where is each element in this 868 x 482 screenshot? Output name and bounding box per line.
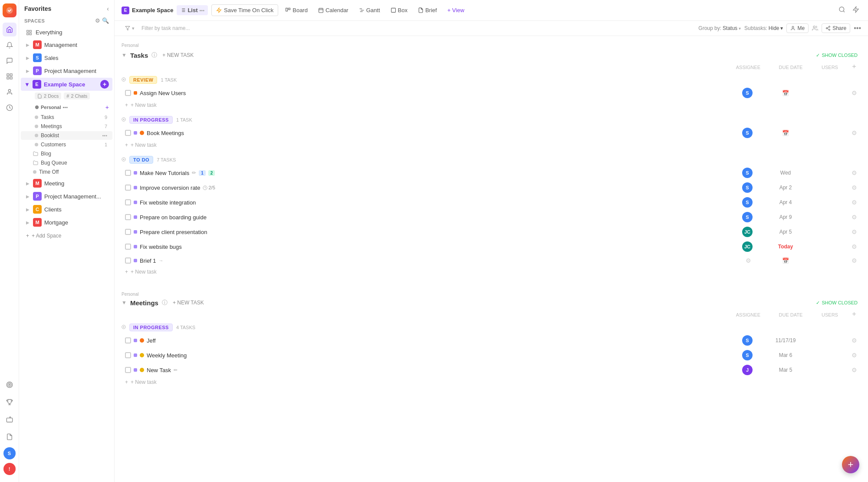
meetings-col-add-header[interactable] — [847, 311, 861, 318]
sidebar-item-time-off[interactable]: Time Off — [21, 168, 112, 176]
new-task-row[interactable]: + + New task — [122, 140, 861, 150]
chat-icon[interactable] — [3, 54, 16, 68]
personal-group-header[interactable]: Personal ••• + — [19, 102, 114, 112]
collapse-sidebar-icon[interactable]: ‹ — [107, 5, 109, 12]
new-meeting-task-link[interactable]: + NEW TASK — [171, 299, 206, 307]
table-row[interactable]: Book Meetings S 📅 ⚙ — [122, 125, 861, 140]
gear-icon[interactable]: ⚙ — [850, 198, 858, 207]
gear-icon[interactable]: ⚙ — [850, 183, 858, 192]
fab-add-button[interactable]: + — [842, 456, 859, 473]
sidebar-item-customers[interactable]: Customers 1 — [21, 140, 112, 149]
table-row[interactable]: Prepare client presentation JC Apr 5 ⚙ — [122, 224, 861, 239]
meetings-in-progress-header[interactable]: IN PROGRESS 4 TASKS — [122, 321, 861, 333]
task-checkbox[interactable] — [125, 244, 131, 250]
group-by-button[interactable]: Group by: Status ▾ — [698, 25, 741, 31]
task-gear[interactable]: ⚙ — [847, 213, 861, 221]
table-row[interactable]: Make New Tutorials ✏ 1 2 S Wed ⚙ — [122, 165, 861, 180]
clock-icon[interactable] — [3, 101, 16, 115]
table-row[interactable]: Prepare on boarding guide S Apr 9 ⚙ — [122, 210, 861, 224]
personal-add-icon[interactable]: + — [105, 104, 109, 111]
show-closed-meetings-button[interactable]: ✓ SHOW CLOSED — [812, 299, 861, 307]
task-checkbox[interactable] — [125, 229, 131, 235]
spaces-search-icon[interactable]: 🔍 — [102, 17, 109, 24]
sidebar-item-bug-queue[interactable]: Bug Queue — [21, 158, 112, 167]
task-checkbox[interactable] — [125, 337, 131, 343]
new-task-row[interactable]: + + New task — [122, 377, 861, 387]
add-view-button[interactable]: + View — [444, 5, 468, 15]
sidebar-item-meeting[interactable]: ▶ M Meeting — [21, 177, 112, 189]
todo-collapse-icon[interactable] — [122, 157, 126, 163]
new-task-row[interactable]: + + New task — [122, 100, 861, 110]
task-gear[interactable]: ⚙ — [847, 242, 861, 251]
task-gear[interactable]: ⚙ — [847, 228, 861, 236]
goal-icon[interactable] — [3, 378, 16, 392]
user-icon[interactable] — [3, 85, 16, 99]
tasks-info-icon[interactable]: ⓘ — [151, 51, 157, 59]
assign-icon[interactable]: ⚙ — [744, 256, 753, 265]
sidebar-item-meetings[interactable]: Meetings 7 — [21, 122, 112, 131]
notification-badge[interactable]: ! — [3, 463, 16, 475]
meetings-collapse-icon[interactable]: ▼ — [122, 300, 127, 306]
gear-icon[interactable]: ⚙ — [850, 256, 858, 265]
gear-icon[interactable]: ⚙ — [850, 89, 858, 97]
spaces-settings-icon[interactable]: ⚙ — [95, 17, 100, 24]
task-checkbox[interactable] — [125, 352, 131, 358]
gear-icon[interactable]: ⚙ — [850, 336, 858, 345]
task-gear[interactable]: ⚙ — [847, 89, 861, 97]
sidebar-item-project-mgmt2[interactable]: ▶ P Project Management... — [21, 190, 112, 202]
sidebar-item-management[interactable]: ▶ M Management — [21, 39, 112, 51]
briefcase-icon[interactable] — [3, 413, 16, 426]
subtasks-button[interactable]: Subtasks: Hide ▾ — [744, 25, 783, 31]
gear-icon[interactable]: ⚙ — [850, 366, 858, 374]
box-view-button[interactable]: Box — [387, 5, 411, 15]
more-options-icon[interactable]: ••• — [854, 24, 861, 32]
table-row[interactable]: Fix website integration S Apr 4 ⚙ — [122, 195, 861, 210]
bolt-icon[interactable] — [851, 4, 861, 17]
personal-more-icon[interactable]: ••• — [62, 105, 68, 110]
task-checkbox[interactable] — [125, 170, 131, 176]
table-row[interactable]: Improve conversion rate 2/5 S Apr 2 ⚙ — [122, 180, 861, 195]
filter-button[interactable]: ▾ — [122, 24, 138, 33]
table-row[interactable]: Weekly Meeting S Mar 6 ⚙ — [122, 348, 861, 363]
sidebar-item-clients[interactable]: ▶ C Clients — [21, 203, 112, 215]
docs-icon[interactable] — [3, 430, 16, 444]
gear-icon[interactable]: ⚙ — [850, 168, 858, 177]
user-avatar[interactable]: S — [3, 447, 16, 459]
app-logo[interactable] — [3, 3, 16, 17]
task-gear[interactable]: ⚙ — [847, 351, 861, 360]
board-view-button[interactable]: Board — [282, 5, 311, 15]
task-gear[interactable]: ⚙ — [847, 256, 861, 265]
edit-icon[interactable]: ✏ — [192, 170, 196, 176]
table-row[interactable]: Brief 1 → ⚙ 📅 ⚙ — [122, 254, 861, 267]
sidebar-item-booklist[interactable]: Booklist ••• — [21, 131, 112, 140]
gantt-view-button[interactable]: Gantt — [355, 5, 384, 15]
meetings-add-col-icon[interactable] — [851, 311, 857, 317]
add-space-button[interactable]: + + Add Space — [21, 231, 112, 241]
in-progress-group-header[interactable]: IN PROGRESS 1 TASK — [122, 113, 861, 125]
col-add-header[interactable] — [847, 63, 861, 71]
search-icon[interactable] — [837, 4, 847, 17]
save-time-button[interactable]: Save Time On Click — [211, 4, 278, 16]
calendar-icon[interactable]: 📅 — [782, 130, 789, 136]
share-button[interactable]: Share — [822, 23, 850, 33]
task-gear[interactable]: ⚙ — [847, 198, 861, 207]
task-edit-icon[interactable]: ✏ — [174, 367, 178, 373]
gear-icon[interactable]: ⚙ — [850, 242, 858, 251]
task-checkbox[interactable] — [125, 258, 131, 264]
me-button[interactable]: Me — [786, 23, 809, 33]
task-checkbox[interactable] — [125, 199, 131, 205]
sidebar-item-blog[interactable]: Blog — [21, 149, 112, 158]
sidebar-item-mortgage[interactable]: ▶ M Mortgage — [21, 216, 112, 228]
task-checkbox[interactable] — [125, 90, 131, 96]
task-gear[interactable]: ⚙ — [847, 129, 861, 137]
task-gear[interactable]: ⚙ — [847, 183, 861, 192]
brief-view-button[interactable]: Brief — [414, 5, 441, 15]
review-group-header[interactable]: REVIEW 1 TASK — [122, 73, 861, 86]
calendar-view-button[interactable]: Calendar — [315, 5, 352, 15]
grid-icon[interactable] — [3, 69, 16, 83]
breadcrumb-name[interactable]: Example Space — [132, 7, 173, 13]
gear-icon[interactable]: ⚙ — [850, 351, 858, 360]
trophy-icon[interactable] — [3, 395, 16, 409]
list-view-button[interactable]: List ••• — [177, 5, 208, 15]
bell-icon[interactable] — [3, 38, 16, 52]
